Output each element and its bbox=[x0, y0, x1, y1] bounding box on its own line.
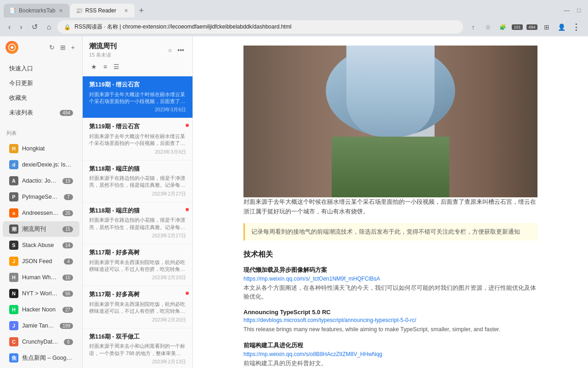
profile-icon[interactable]: 👤 bbox=[555, 21, 568, 34]
sidebar-feed-label-adactio: Adactio: Journal bbox=[22, 178, 59, 184]
sidebar-feed-label-jiaodian: 焦点新闻 – Google 新闻 bbox=[22, 354, 73, 362]
star-icon[interactable]: ★ bbox=[89, 61, 99, 72]
sidebar-item-webdev[interactable]: WWeb Development...10 bbox=[3, 366, 79, 368]
text-icon[interactable]: ≡ bbox=[102, 61, 109, 72]
feed-badge-jsonfeed: 4 bbox=[64, 259, 73, 264]
feed-item-119-2[interactable]: 第119期 - 缙云石宫封面来源于去年大概这个时候在丽水缙云某个采石场里面拍的一… bbox=[83, 118, 192, 160]
unread-badge: 494 bbox=[60, 110, 73, 116]
sidebar-item-unread[interactable]: 未读列表 494 bbox=[3, 106, 79, 120]
address-bar: ‹ › ↺ ⌂ 🔒 RSS阅读器 · 名称 | chrome-extension… bbox=[0, 17, 588, 36]
sidebar-item-adactio[interactable]: AAdactio: Journal19 bbox=[3, 173, 79, 189]
feed-item-117-tree1[interactable]: 第117期 - 好多高树封面来源于周末去西溪别院吃饭，杭州必吃榜味道还可以，不过… bbox=[83, 244, 192, 286]
sidebar-item-nyt[interactable]: NNYT > World News56 bbox=[3, 286, 79, 301]
feed-badge-humanwhocodes: 10 bbox=[62, 275, 73, 281]
feed-item-title: 第117期 - 好多高树 bbox=[89, 249, 186, 257]
tab-bookmarks[interactable]: 📑 BookmarksTab × bbox=[4, 4, 69, 17]
sidebar-feed-label-crunchydata: CrunchyData Blog bbox=[22, 339, 60, 345]
feed-item-desc: 封面来源于在路边拍的小花猫，很是干净漂亮，居然不怕生，很是端庄典雅。记录每周看到… bbox=[89, 217, 186, 231]
sidebar-item-chaoliu[interactable]: 潮潮流周刊15 bbox=[3, 221, 79, 237]
link-desc-0: 本文从各个方面阐述，在各种特性满天飞的今天，我们可以如何尽可能的对我们的图片资源… bbox=[243, 284, 537, 301]
feed-item-116-hands1[interactable]: 第116期 - 双手做工封面来源于周末去小和山闲逛看到的一个标语，一个类似于 7… bbox=[83, 328, 192, 368]
ext-badge-2[interactable]: 494 bbox=[526, 21, 538, 34]
unread-dot bbox=[186, 292, 189, 295]
feed-badge-hackernoon: 27 bbox=[62, 307, 73, 313]
sidebar-header: ↻ ⊞ + bbox=[0, 36, 82, 58]
ext-badge-1[interactable]: 101 bbox=[511, 21, 524, 34]
tab-bar: 📑 BookmarksTab × 📰 RSS Reader × + — □ bbox=[0, 0, 588, 17]
sidebar-header-icons: ↻ ⊞ + bbox=[47, 43, 77, 52]
tab-rss[interactable]: 📰 RSS Reader × bbox=[70, 4, 135, 17]
tab-close-icon[interactable]: × bbox=[123, 7, 129, 14]
quick-access-label: 快速入口 bbox=[9, 65, 33, 73]
feed-item-desc: 封面来源于去年大概这个时候在丽水缙云某个采石场里面拍的一小段视频，后面查了查原来… bbox=[89, 133, 186, 147]
browser-chrome: 📑 BookmarksTab × 📰 RSS Reader × + — □ ‹ … bbox=[0, 0, 588, 36]
feed-list-toolbar: ○ ••• bbox=[166, 45, 186, 56]
feed-list-title-block: 潮流周刊 15 条未读 bbox=[89, 42, 117, 58]
refresh-icon[interactable]: ↻ bbox=[47, 43, 57, 52]
tab-close-icon[interactable]: × bbox=[58, 7, 63, 14]
sidebar-item-hongkiat[interactable]: HHongkiat bbox=[3, 141, 79, 156]
settings-dots-icon[interactable]: ⋮ bbox=[570, 21, 582, 34]
feed-badge-crunchydata: 6 bbox=[64, 339, 73, 345]
new-tab-button[interactable]: + bbox=[136, 4, 148, 17]
feed-item-117-tree2[interactable]: 第117期 - 好多高树封面来源于周末去西溪别院吃饭，杭州必吃榜味道还可以，不过… bbox=[83, 286, 192, 328]
sidebar-item-favorites[interactable]: 收藏夹 bbox=[3, 91, 79, 105]
feed-list-subtitle: 15 条未读 bbox=[89, 52, 117, 58]
back-button[interactable]: ‹ bbox=[6, 21, 13, 33]
feed-item-118-cat1[interactable]: 第118期 - 端庄的猫封面来源于在路边拍的小花猫，很是干净漂亮，居然不怕生，很… bbox=[83, 161, 192, 202]
extensions-icon[interactable]: 🧩 bbox=[496, 21, 509, 34]
feed-badge-nyt: 56 bbox=[62, 291, 73, 297]
reload-button[interactable]: ↺ bbox=[29, 21, 40, 33]
menu-dots-icon[interactable]: ☰ bbox=[112, 61, 121, 72]
feed-item-desc: 封面来源于去年大概这个时候在丽水缙云某个采石场里面拍的一小段视频，后面查了查原来… bbox=[89, 91, 186, 105]
sidebar-feed-label-humanwhocodes: Human Who Codes bbox=[22, 274, 59, 281]
app: ↻ ⊞ + 快速入口 今日更新 收藏夹 未读列表 494 列表 bbox=[0, 36, 588, 368]
feed-icon-chaoliu: 潮 bbox=[9, 224, 18, 234]
unread-dot bbox=[186, 124, 189, 127]
minimize-icon[interactable]: — bbox=[560, 5, 573, 16]
home-button[interactable]: ⌂ bbox=[44, 21, 54, 33]
sidebar-item-jsonfeed[interactable]: JJSON Feed4 bbox=[3, 253, 79, 269]
forward-button[interactable]: › bbox=[17, 21, 25, 33]
sidebar-item-stackabuse[interactable]: SStack Abuse14 bbox=[3, 237, 79, 253]
add-feed-icon[interactable]: + bbox=[69, 43, 77, 52]
feed-icon-jsonfeed: J bbox=[9, 257, 18, 266]
extensions-menu-icon[interactable]: ⊞ bbox=[540, 21, 553, 34]
sidebar-feed-label-pyimage: PyImageSearch bbox=[22, 194, 60, 200]
link-url-0[interactable]: https://mp.weixin.qq.com/s/_tctOen1NM9f_… bbox=[243, 276, 537, 282]
sidebar-item-andreessen[interactable]: aAndreessen Horo...20 bbox=[3, 205, 79, 221]
sidebar-feed-label-dexie: dexie/Dexie.js: Issue #1... bbox=[22, 161, 73, 168]
feed-item-119-selected[interactable]: 第119期 - 缙云石宫封面来源于去年大概这个时候在丽水缙云某个采石场里面拍的一… bbox=[83, 76, 192, 118]
sidebar-feed-label-stackabuse: Stack Abuse bbox=[22, 242, 59, 248]
feed-list: 潮流周刊 15 条未读 ○ ••• ★ ≡ ☰ 第119期 - 缙云石宫封面来源… bbox=[83, 36, 193, 368]
bookmark-star-icon[interactable]: ☆ bbox=[481, 21, 494, 34]
sidebar-item-pyimage[interactable]: PPyImageSearch7 bbox=[3, 189, 79, 205]
feed-icon-pyimage: P bbox=[9, 192, 18, 201]
sidebar-item-hackernoon[interactable]: HHacker Noon27 bbox=[3, 302, 79, 317]
feed-item-date: 2023年3月6日 bbox=[89, 107, 186, 113]
sidebar-item-crunchydata[interactable]: CCrunchyData Blog6 bbox=[3, 334, 79, 350]
feed-item-date: 2023年2月13日 bbox=[89, 359, 186, 365]
sidebar-item-dexie[interactable]: ddexie/Dexie.js: Issue #1... bbox=[3, 157, 79, 172]
feed-item-date: 2023年2月27日 bbox=[89, 191, 186, 197]
sidebar-item-jamietanna[interactable]: JJamie Tanna | Sof...199 bbox=[3, 318, 79, 334]
sidebar-item-today[interactable]: 今日更新 bbox=[3, 76, 79, 91]
feed-item-title: 第117期 - 好多高树 bbox=[89, 291, 186, 299]
feed-item-118-cat2[interactable]: 第118期 - 端庄的猫封面来源于在路边拍的小花猫，很是干净漂亮，居然不怕生，很… bbox=[83, 202, 192, 244]
url-bar[interactable]: 🔒 RSS阅读器 · 名称 | chrome-extension://lecoe… bbox=[57, 20, 463, 34]
share-icon[interactable]: ↑ bbox=[467, 21, 480, 34]
feed-item-desc: 封面来源于周末去小和山闲逛看到的一个标语，一个类似于 798 的地方，整体审美还… bbox=[89, 343, 186, 357]
maximize-icon[interactable]: □ bbox=[573, 5, 584, 16]
feed-dots-icon[interactable]: ••• bbox=[175, 45, 186, 56]
check-circle-icon[interactable]: ○ bbox=[166, 45, 174, 56]
sidebar-feed-label-nyt: NYT > World News bbox=[22, 290, 59, 297]
sidebar-item-quick-access[interactable]: 快速入口 bbox=[3, 62, 79, 76]
grid-icon[interactable]: ⊞ bbox=[58, 43, 68, 52]
sidebar-item-jiaodian[interactable]: 焦焦点新闻 – Google 新闻 bbox=[3, 350, 79, 366]
article-links: 现代懒加载及异步图像解码方案https://mp.weixin.qq.com/s… bbox=[243, 266, 537, 368]
link-url-2[interactable]: https://mp.weixin.qq.com/s/o8B8HAczZtIZM… bbox=[243, 351, 537, 357]
sidebar-item-humanwhocodes[interactable]: HHuman Who Codes10 bbox=[3, 270, 79, 285]
feed-icon-humanwhocodes: H bbox=[9, 273, 18, 282]
cave-vegetation bbox=[332, 137, 449, 197]
link-url-1[interactable]: https://devblogs.microsoft.com/typescrip… bbox=[243, 317, 537, 323]
